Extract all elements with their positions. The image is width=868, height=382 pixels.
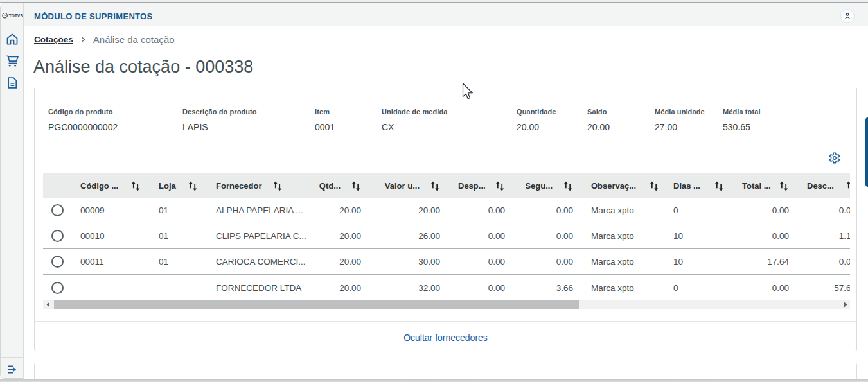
row-radio-button[interactable]: [51, 256, 64, 268]
sidebar-item-document[interactable]: [1, 72, 24, 94]
sidebar-expand-button[interactable]: [1, 360, 24, 379]
summary-field-label: Média unidade: [655, 108, 705, 116]
window-bottom-edge: [0, 379, 868, 382]
sort-icon[interactable]: [188, 180, 198, 191]
table-row[interactable]: 0001101CARIOCA COMERCI...20.0030.000.000…: [43, 249, 850, 275]
horizontal-scrollbar[interactable]: [43, 300, 850, 309]
suppliers-table: Código ... Loja: [43, 173, 850, 300]
sort-icon[interactable]: [351, 180, 361, 191]
table-cell: 0.00: [733, 231, 798, 241]
page-title: Análise da cotação - 000338: [33, 57, 253, 77]
user-icon: [844, 12, 851, 20]
sort-icon[interactable]: [649, 180, 659, 191]
table-cell: CARIOCA COMERCI...: [207, 257, 292, 266]
breadcrumb-link-cotacoes[interactable]: Cotações: [34, 35, 73, 44]
column-header-label: Valor u...: [379, 181, 427, 191]
horizontal-scrollbar-thumb[interactable]: [54, 300, 579, 309]
table-cell: 0.00: [798, 205, 850, 215]
sort-icon[interactable]: [495, 180, 505, 191]
table-cell: 0.00: [733, 283, 798, 293]
summary-field-value: LAPIS: [182, 122, 257, 132]
sort-icon[interactable]: [846, 180, 850, 191]
column-header[interactable]: Fornecedor: [207, 173, 292, 198]
sort-icon[interactable]: [714, 180, 724, 191]
column-header[interactable]: Loja: [150, 173, 207, 198]
table-cell: 20.00: [292, 257, 370, 266]
sidebar-divider: [1, 357, 24, 358]
summary-field: Item 0001: [315, 108, 335, 132]
table-cell: 0.00: [514, 205, 582, 215]
sort-icon[interactable]: [430, 180, 440, 191]
summary-field: Média unidade 27.00: [655, 108, 705, 132]
summary-field-value: 27.00: [655, 122, 705, 132]
topbar: MÓDULO DE SUPRIMENTOS: [24, 3, 868, 26]
vertical-scrollbar-thumb[interactable]: [865, 117, 868, 187]
sidebar-item-cart[interactable]: [1, 50, 24, 72]
table-cell: 57.60: [798, 283, 850, 293]
summary-field: Código do produto PGC0000000002: [48, 108, 118, 132]
table-cell: Marca xpto: [582, 231, 668, 241]
table-cell: 10: [668, 231, 733, 241]
row-radio-button[interactable]: [51, 230, 64, 242]
row-radio-button[interactable]: [51, 204, 64, 216]
row-radio-button[interactable]: [51, 282, 64, 294]
table-row[interactable]: 0000901ALPHA PAPELARIA ...20.0020.000.00…: [43, 198, 850, 223]
table-cell: 00009: [71, 205, 150, 215]
column-header[interactable]: Desc...: [798, 173, 850, 198]
scroll-left-button[interactable]: [43, 300, 53, 309]
table-cell: 0: [668, 283, 733, 293]
column-header[interactable]: Valor u...: [370, 173, 449, 198]
sidebar: TOTVS: [0, 3, 24, 379]
summary-field-value: 530.65: [723, 122, 761, 132]
column-header[interactable]: Qtd...: [292, 173, 370, 198]
sort-icon[interactable]: [272, 180, 283, 191]
sort-icon[interactable]: [130, 180, 141, 191]
table-body: 0000901ALPHA PAPELARIA ...20.0020.000.00…: [43, 198, 850, 300]
column-header-label: Total ...: [742, 181, 776, 191]
table-cell: Marca xpto: [582, 257, 668, 266]
table-settings-button[interactable]: [829, 152, 840, 164]
summary-field-value: 20.00: [587, 122, 610, 132]
module-title: MÓDULO DE SUPRIMENTOS: [34, 12, 152, 21]
column-header[interactable]: [43, 173, 71, 198]
column-header[interactable]: Dias ...: [668, 173, 733, 198]
column-header-label: Segu...: [523, 181, 560, 191]
column-header[interactable]: Desp...: [449, 173, 514, 198]
table-cell: 00010: [71, 231, 150, 241]
summary-field-label: Saldo: [587, 108, 610, 116]
column-header[interactable]: Total ...: [733, 173, 798, 198]
summary-field-value: CX: [382, 122, 448, 132]
column-header[interactable]: Observaç...: [582, 173, 668, 198]
sort-icon[interactable]: [563, 180, 573, 191]
summary-field-value: 20.00: [517, 122, 556, 132]
table-cell: 20.00: [292, 283, 370, 293]
expand-menu-icon: [8, 365, 17, 374]
column-header-label: Loja: [159, 181, 185, 191]
table-cell: Marca xpto: [582, 283, 668, 293]
column-header[interactable]: Código ...: [71, 173, 150, 198]
sidebar-item-home[interactable]: [1, 28, 24, 50]
table-row[interactable]: FORNECEDOR LTDA20.0032.000.003.66Marca x…: [43, 275, 850, 300]
summary-field-label: Item: [315, 108, 335, 116]
summary-field: Quantidade 20.00: [517, 108, 556, 132]
table-row[interactable]: 0001001CLIPS PAPELARIA C...20.0026.000.0…: [43, 223, 850, 249]
sort-icon[interactable]: [779, 180, 789, 191]
table-cell: 0.00: [798, 257, 850, 266]
column-header[interactable]: Segu...: [514, 173, 582, 198]
column-header-label: Desp...: [458, 181, 492, 191]
totvs-logo-text: TOTVS: [8, 13, 23, 18]
arrow-left-icon: [46, 302, 51, 308]
table-cell: 17.64: [733, 257, 798, 266]
hide-suppliers-link[interactable]: Ocultar fornecedores: [403, 333, 488, 343]
user-avatar-button[interactable]: [840, 9, 855, 23]
arrow-right-icon: [843, 302, 848, 308]
table-cell: ALPHA PAPELARIA ...: [207, 205, 292, 215]
table-cell: 20.00: [292, 231, 370, 241]
summary-field: Saldo 20.00: [587, 108, 610, 132]
product-summary: Código do produto PGC0000000002 Descriçã…: [35, 88, 856, 139]
table-cell: 0.00: [449, 231, 514, 241]
summary-field-label: Código do produto: [48, 108, 118, 116]
row-select-cell: [43, 230, 71, 242]
document-icon: [6, 76, 19, 89]
scroll-right-button[interactable]: [840, 300, 850, 309]
